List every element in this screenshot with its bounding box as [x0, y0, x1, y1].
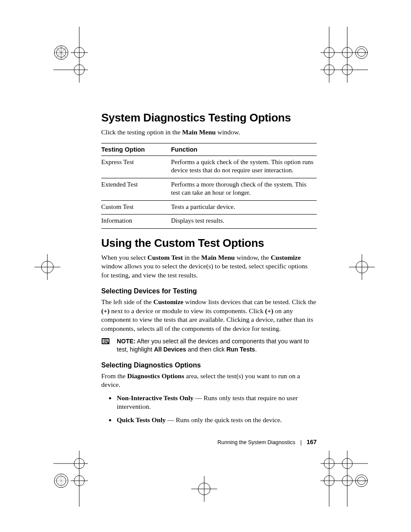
- text: .: [255, 346, 257, 353]
- diagnostics-options-list: Non-Interactive Tests Only — Runs only t…: [101, 394, 317, 424]
- text-bold: Diagnostics Options: [127, 372, 184, 380]
- table-row: Custom Test Tests a particular device.: [101, 200, 317, 215]
- table-cell-function: Performs a quick check of the system. Th…: [171, 156, 317, 178]
- text: next to a device or module to view its c…: [109, 307, 265, 314]
- footer-chapter: Running the System Diagnostics: [218, 439, 296, 445]
- list-item-term: Non-Interactive Tests Only: [117, 394, 193, 401]
- table-row: Information Displays test results.: [101, 215, 317, 229]
- text: When you select: [101, 254, 147, 261]
- text-bold: Main Menu: [182, 128, 216, 136]
- text-bold: Customize: [153, 298, 184, 305]
- section-heading: Using the Custom Test Options: [101, 236, 317, 250]
- text-bold: Custom Test: [147, 254, 183, 261]
- registration-mark-icon: [321, 27, 368, 83]
- text: Click the testing option in the: [101, 128, 182, 136]
- registration-mark-icon: [191, 476, 217, 502]
- text: in the: [183, 254, 201, 261]
- table-cell-option: Custom Test: [101, 200, 171, 215]
- list-item-desc: — Runs only the quick tests on the devic…: [166, 416, 282, 423]
- text-bold: (+): [101, 307, 109, 314]
- registration-mark-icon: [34, 254, 60, 280]
- table-cell-function: Tests a particular device.: [171, 200, 317, 215]
- text: and then click: [186, 346, 226, 353]
- footer-page-number: 167: [307, 439, 317, 445]
- note-icon: [101, 338, 110, 345]
- body-paragraph: The left side of the Customize window li…: [101, 298, 317, 333]
- table-header-function: Function: [171, 143, 317, 156]
- intro-paragraph: Click the testing option in the Main Men…: [101, 128, 317, 137]
- table-header-option: Testing Option: [101, 143, 171, 156]
- table-row: Extended Test Performs a more thorough c…: [101, 178, 317, 200]
- text: window allows you to select the device(s…: [101, 262, 308, 278]
- table-cell-option: Express Test: [101, 156, 171, 178]
- page-footer: Running the System Diagnostics | 167: [101, 439, 317, 445]
- text: window lists devices that can be tested.…: [184, 298, 316, 305]
- table-cell-option: Information: [101, 215, 171, 229]
- section-heading: System Diagnostics Testing Options: [101, 111, 317, 124]
- list-item: Quick Tests Only — Runs only the quick t…: [116, 416, 317, 424]
- text: The left side of the: [101, 298, 153, 305]
- testing-options-table: Testing Option Function Express Test Per…: [101, 143, 317, 229]
- registration-mark-icon: [53, 27, 88, 83]
- text-bold: All Devices: [154, 346, 186, 353]
- table-row: Express Test Performs a quick check of t…: [101, 156, 317, 178]
- body-paragraph: When you select Custom Test in the Main …: [101, 253, 317, 280]
- text-bold: (+): [265, 307, 273, 314]
- body-paragraph: From the Diagnostics Options area, selec…: [101, 372, 317, 389]
- text: window.: [216, 128, 240, 136]
- text: From the: [101, 372, 127, 380]
- subheading: Selecting Devices for Testing: [101, 287, 317, 295]
- table-cell-option: Extended Test: [101, 178, 171, 200]
- note-label: NOTE:: [117, 338, 136, 345]
- subheading: Selecting Diagnostics Options: [101, 361, 317, 369]
- footer-separator: |: [300, 439, 302, 445]
- text: window, the: [235, 254, 271, 261]
- registration-mark-icon: [321, 451, 368, 507]
- table-cell-function: Displays test results.: [171, 215, 317, 229]
- registration-mark-icon: [349, 254, 375, 280]
- note-block: NOTE: After you select all the devices a…: [101, 337, 317, 354]
- registration-mark-icon: [53, 451, 88, 507]
- list-item-term: Quick Tests Only: [117, 416, 166, 423]
- table-cell-function: Performs a more thorough check of the sy…: [171, 178, 317, 200]
- list-item: Non-Interactive Tests Only — Runs only t…: [116, 394, 317, 411]
- text-bold: Main Menu: [201, 254, 235, 261]
- text-bold: Run Tests: [227, 346, 255, 353]
- text-bold: Customize: [271, 254, 301, 261]
- page-content: System Diagnostics Testing Options Click…: [101, 111, 317, 429]
